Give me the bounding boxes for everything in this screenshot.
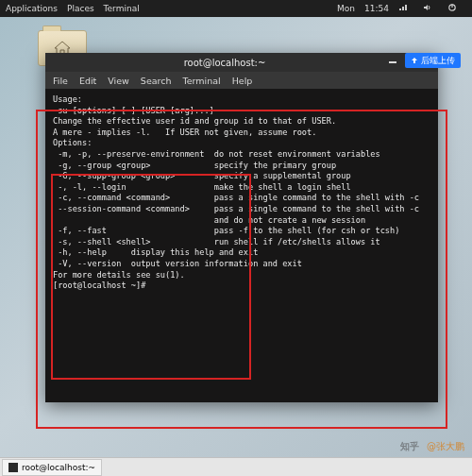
- terminal-miniicon: [8, 463, 18, 472]
- network-icon[interactable]: [398, 3, 408, 14]
- power-icon[interactable]: [447, 3, 457, 14]
- terminal-line: -V, --version output version information…: [53, 259, 430, 270]
- terminal-line: -, -l, --login make the shell a login sh…: [53, 182, 430, 194]
- menu-search[interactable]: Search: [141, 76, 172, 86]
- terminal-line: and do not create a new session: [53, 215, 430, 227]
- watermark: 知乎 @张大鹏: [400, 440, 464, 453]
- clock-day: Mon: [337, 4, 355, 13]
- zhihu-brand: 知乎: [400, 440, 419, 453]
- terminal-line: -g, --group <group> specify the primary …: [53, 161, 430, 172]
- terminal-window: root@localhost:~ 后端上传 File Edit View Sea…: [45, 53, 438, 402]
- terminal-line: -f, --fast pass -f to the shell (for csh…: [53, 226, 430, 237]
- author-name: 张大鹏: [436, 441, 464, 451]
- window-menubar: File Edit View Search Terminal Help: [45, 72, 438, 89]
- terminal-line: --session-command <command> pass a singl…: [53, 204, 430, 215]
- taskbar-item-terminal[interactable]: root@localhost:~: [2, 459, 102, 476]
- menu-terminal-item[interactable]: Terminal: [183, 76, 221, 86]
- terminal-line: -s, --shell <shell> run shell if /etc/sh…: [53, 237, 430, 248]
- upload-icon: [411, 57, 418, 64]
- menu-places[interactable]: Places: [67, 4, 94, 13]
- window-title: root@localhost:~: [62, 58, 387, 68]
- menu-applications[interactable]: Applications: [6, 4, 58, 13]
- terminal-line: -h, --help display this help and exit: [53, 247, 430, 259]
- terminal-line: su [options] [-] [USER [arg]...]: [53, 106, 430, 117]
- terminal-viewport[interactable]: Usage: su [options] [-] [USER [arg]...]C…: [45, 89, 438, 402]
- menu-edit[interactable]: Edit: [79, 76, 96, 86]
- window-list-panel: root@localhost:~: [0, 457, 472, 476]
- terminal-line: -c, --command <command> pass a single co…: [53, 193, 430, 204]
- desktop: Applications Places Terminal Mon 11:54 r…: [0, 0, 472, 476]
- menu-help[interactable]: Help: [232, 76, 253, 86]
- window-minimize-button[interactable]: [387, 57, 398, 68]
- volume-icon[interactable]: [423, 3, 432, 14]
- terminal-line: A mere - implies -l. If USER not given, …: [53, 128, 430, 139]
- terminal-line: -G, --supp-group <group> specify a suppl…: [53, 171, 430, 182]
- window-titlebar[interactable]: root@localhost:~: [45, 53, 438, 72]
- clock-time: 11:54: [364, 4, 389, 13]
- terminal-line: Change the effective user id and group i…: [53, 116, 430, 128]
- menu-view[interactable]: View: [108, 76, 129, 86]
- terminal-line: For more details see su(1).: [53, 270, 430, 281]
- menu-file[interactable]: File: [53, 76, 68, 86]
- terminal-line: Usage:: [53, 94, 430, 106]
- top-panel: Applications Places Terminal Mon 11:54: [0, 0, 472, 17]
- terminal-line: Options:: [53, 138, 430, 149]
- upload-chip[interactable]: 后端上传: [405, 53, 461, 68]
- terminal-prompt: [root@localhost ~]#: [53, 280, 430, 292]
- menu-terminal[interactable]: Terminal: [104, 4, 140, 13]
- terminal-line: -m, -p, --preserve-environment do not re…: [53, 149, 430, 161]
- taskbar-item-label: root@localhost:~: [22, 463, 95, 472]
